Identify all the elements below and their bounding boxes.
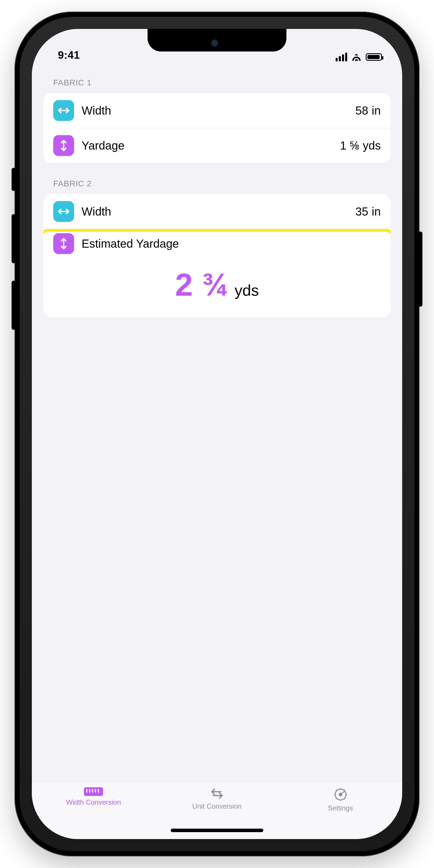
unit-fabric2-est: yds — [235, 281, 259, 299]
content: FABRIC 1 Width 58 in — [32, 66, 402, 317]
battery-icon — [366, 53, 382, 61]
estimated-yardage-result: 2 ¾ yds — [43, 266, 391, 317]
value-fabric1-yardage: 1 ⅝ — [340, 139, 359, 152]
home-indicator[interactable] — [171, 829, 263, 832]
tab-settings[interactable]: Settings — [279, 787, 401, 812]
tab-unit-conversion[interactable]: Unit Conversion — [156, 787, 278, 810]
row-fabric2-est-header: Estimated Yardage — [43, 229, 391, 258]
label-fabric1-width: Width — [82, 104, 111, 117]
cellular-icon — [336, 53, 347, 61]
arrows-vertical-icon — [53, 233, 74, 254]
row-fabric2-width[interactable]: Width 35 in — [43, 194, 391, 229]
tab-label-settings: Settings — [328, 804, 353, 812]
volume-down-button — [11, 281, 16, 330]
ruler-icon — [84, 787, 103, 796]
tab-label-unit: Unit Conversion — [192, 802, 242, 810]
wifi-icon — [351, 53, 362, 61]
section-header-fabric2: FABRIC 2 — [43, 163, 391, 194]
arrows-horizontal-icon — [53, 100, 74, 121]
arrows-vertical-icon — [53, 135, 74, 156]
value-fabric2-est: 2 ¾ — [175, 266, 228, 303]
phone-frame: 9:41 FABRIC 1 — [14, 11, 420, 857]
value-fabric2-width: 35 — [355, 205, 368, 218]
status-time: 9:41 — [52, 49, 80, 61]
label-fabric1-yardage: Yardage — [82, 139, 124, 152]
row-fabric1-yardage[interactable]: Yardage 1 ⅝ yds — [43, 128, 391, 163]
mute-switch — [11, 168, 16, 191]
arrows-horizontal-icon — [53, 201, 74, 222]
notch — [148, 29, 286, 52]
volume-up-button — [11, 214, 16, 263]
swap-arrows-icon — [209, 787, 225, 800]
tab-label-width: Width Conversion — [66, 798, 121, 806]
power-button — [418, 231, 423, 307]
card-fabric1: Width 58 in — [43, 93, 391, 163]
tab-width-conversion[interactable]: Width Conversion — [32, 787, 155, 806]
unit-fabric1-yardage: yds — [363, 139, 381, 152]
unit-fabric2-width: in — [372, 205, 381, 218]
label-fabric2-width: Width — [82, 205, 111, 218]
value-fabric1-width: 58 — [355, 104, 368, 117]
section-header-fabric1: FABRIC 1 — [43, 75, 391, 93]
label-fabric2-est: Estimated Yardage — [82, 237, 179, 250]
card-fabric2: Width 35 in — [43, 194, 391, 317]
screen: 9:41 FABRIC 1 — [32, 29, 402, 839]
row-fabric1-width[interactable]: Width 58 in — [43, 93, 391, 128]
unit-fabric1-width: in — [372, 104, 381, 117]
tab-bar: Width Conversion Unit Conversion — [32, 781, 402, 839]
gear-icon — [333, 787, 348, 802]
